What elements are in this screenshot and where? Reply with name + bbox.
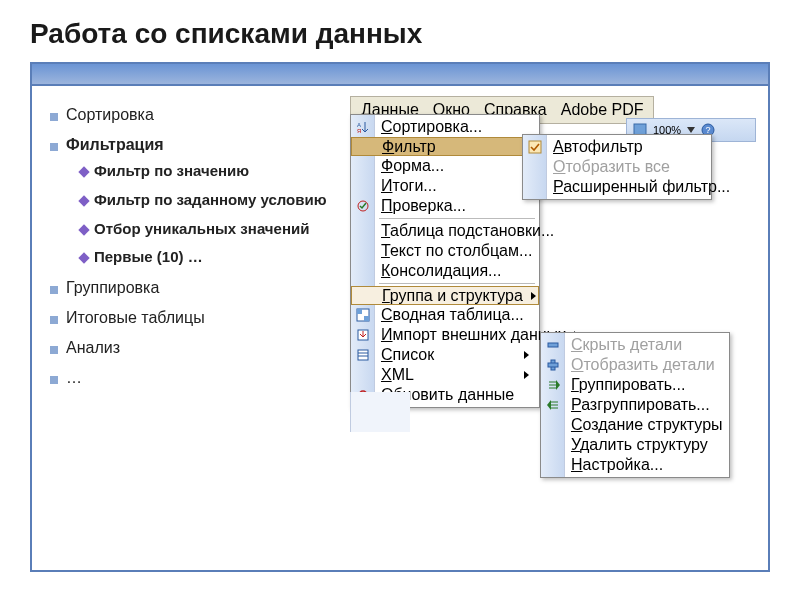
menu-item-label: Итоги... [381,177,529,195]
svg-rect-11 [358,350,368,360]
data-menu-item[interactable]: Таблица подстановки... [351,221,539,241]
slide-frame: Сортировка Фильтрация Фильтр по значению… [30,62,770,572]
group-menu-item[interactable]: Создание структуры [541,415,729,435]
group-menu-item[interactable]: Группировать... [541,375,729,395]
show-icon [545,357,561,373]
data-menu-item[interactable]: Группа и структура [351,286,539,305]
menu-item-label: Удалить структуру [571,436,713,454]
separator [379,283,535,284]
filter-menu-item[interactable]: Автофильтр [523,137,711,157]
outline-item: Фильтрация Фильтр по значению Фильтр по … [50,136,328,267]
data-menu-item[interactable]: Сводная таблица... [351,305,539,325]
svg-rect-9 [364,316,369,321]
menu-item-label: Группировать... [571,376,713,394]
data-menu-item[interactable]: Форма... [351,156,539,176]
pivot-icon [355,307,371,323]
menu-item-label: Разгруппировать... [571,396,713,414]
dropdown-group: Скрыть деталиОтобразить деталиГруппирова… [540,332,730,478]
submenu-arrow-icon [524,371,529,379]
menu-item-label: Фильтр [382,138,515,156]
list-icon [355,347,371,363]
filter-menu-item[interactable]: Расширенный фильтр... [523,177,711,197]
filter-menu-item: Отобразить все [523,157,711,177]
dropdown-arrow-icon[interactable] [687,126,695,134]
outline-subitem: Отбор уникальных значений [66,220,328,239]
submenu-arrow-icon [531,292,536,300]
sort-icon: AЯ [355,119,371,135]
group-menu-item[interactable]: Удалить структуру [541,435,729,455]
outline-subitem: Первые (10) … [66,248,328,267]
svg-text:Я: Я [357,128,361,134]
data-menu-item[interactable]: Импорт внешних данных [351,325,539,345]
data-menu-item[interactable]: Фильтр [351,137,539,156]
menu-item-label: Консолидация... [381,262,529,280]
svg-rect-15 [529,141,541,153]
menu-item-label: Расширенный фильтр... [553,178,730,196]
svg-marker-19 [556,380,560,390]
outline-subitem: Фильтр по заданному условию [66,191,328,210]
menu-item-label: Отобразить детали [571,356,715,374]
menu-item-label: Список [381,346,516,364]
menu-item-label: Сортировка... [381,118,529,136]
hide-icon [545,337,561,353]
dropdown-data: AЯСортировка...ФильтрФорма...Итоги...Про… [350,114,540,408]
group-menu-item[interactable]: Разгруппировать... [541,395,729,415]
menu-item-label: Отобразить все [553,158,701,176]
data-menu-item[interactable]: Проверка... [351,196,539,216]
svg-marker-1 [687,127,695,133]
outline-item: Итоговые таблицы [50,309,328,327]
group-menu-item: Отобразить детали [541,355,729,375]
group-right-icon [545,377,561,393]
svg-rect-18 [548,363,558,367]
menu-item-label: Импорт внешних данных [381,326,566,344]
data-menu-item[interactable]: AЯСортировка... [351,117,539,137]
group-left-icon [545,397,561,413]
dropdown-filter: АвтофильтрОтобразить всеРасширенный филь… [522,134,712,200]
outline: Сортировка Фильтрация Фильтр по значению… [32,96,332,568]
group-menu-item[interactable]: Настройка... [541,455,729,475]
menu-item-label: Текст по столбцам... [381,242,532,260]
svg-rect-8 [357,309,362,314]
check-icon [355,198,371,214]
outline-item: Анализ [50,339,328,357]
menu-item-label: Сводная таблица... [381,306,529,324]
outline-item: … [50,369,328,387]
menu-item-label: Скрыть детали [571,336,713,354]
outline-subitem: Фильтр по значению [66,162,328,181]
data-menu-item[interactable]: XML [351,365,539,385]
panel-fragment [350,392,410,432]
menu-item-label: Автофильтр [553,138,701,156]
data-menu-item[interactable]: Текст по столбцам... [351,241,539,261]
menu-item-label: Группа и структура [382,287,523,305]
menu-item-label: Форма... [381,157,529,175]
menu-item-label: Таблица подстановки... [381,222,554,240]
group-menu-item: Скрыть детали [541,335,729,355]
page-title: Работа со списками данных [30,18,770,50]
submenu-arrow-icon [524,351,529,359]
data-menu-item[interactable]: Итоги... [351,176,539,196]
svg-marker-20 [547,400,551,410]
data-menu-item[interactable]: Консолидация... [351,261,539,281]
import-icon [355,327,371,343]
data-menu-item[interactable]: Список [351,345,539,365]
title-bar [32,64,768,86]
menu-item-label: Создание структуры [571,416,723,434]
menu-item-label: Настройка... [571,456,713,474]
checkmark-icon [527,139,543,155]
menu-item-label: XML [381,366,516,384]
outline-item: Группировка [50,279,328,297]
svg-rect-16 [548,343,558,347]
outline-item: Сортировка [50,106,328,124]
separator [379,218,535,219]
menu-item-label: Проверка... [381,197,529,215]
